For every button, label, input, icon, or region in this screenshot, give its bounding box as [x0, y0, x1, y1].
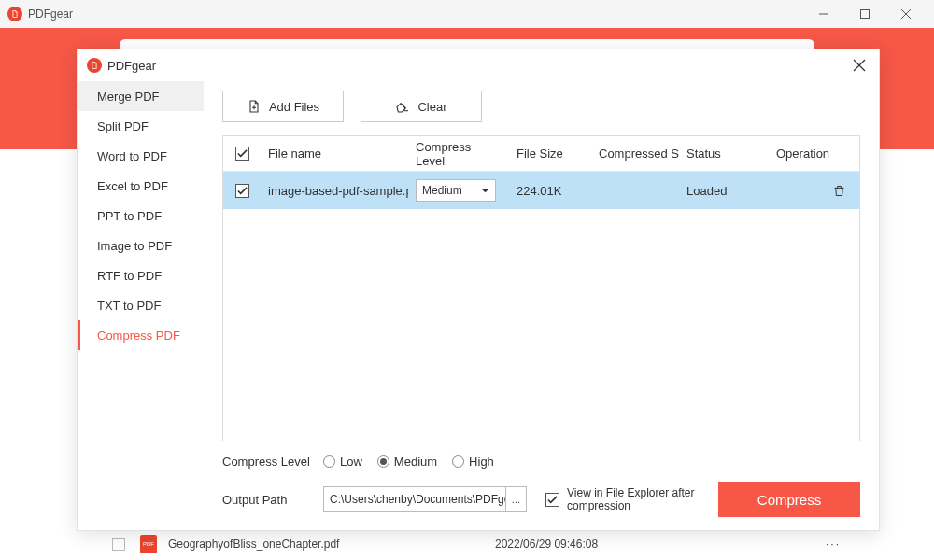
row-status: Loaded — [679, 184, 769, 198]
clear-button[interactable]: Clear — [361, 91, 482, 122]
compress-button[interactable]: Compress — [718, 482, 860, 517]
sidebar-item-label: TXT to PDF — [97, 299, 161, 313]
row-size: 224.01K — [509, 184, 591, 198]
svg-rect-0 — [861, 10, 870, 19]
add-files-label: Add Files — [269, 100, 319, 114]
compress-button-label: Compress — [757, 492, 821, 508]
clear-label: Clear — [417, 100, 446, 114]
radio-icon — [323, 455, 335, 468]
compress-level-group: Low Medium High — [323, 455, 494, 469]
minimize-button[interactable] — [803, 0, 844, 28]
bg-file-name[interactable]: GeographyofBliss_oneChapter.pdf — [168, 538, 495, 551]
radio-low[interactable]: Low — [323, 455, 362, 469]
sidebar-item-excel[interactable]: Excel to PDF — [78, 171, 204, 201]
background-file-row: PDF GeographyofBliss_oneChapter.pdf 2022… — [112, 532, 841, 556]
radio-medium[interactable]: Medium — [377, 455, 437, 469]
sidebar-item-label: RTF to PDF — [97, 269, 162, 283]
sidebar-item-word[interactable]: Word to PDF — [78, 141, 204, 171]
main-panel: Add Files Clear File name Compress Level… — [204, 81, 879, 530]
file-table: File name Compress Level File Size Compr… — [222, 135, 860, 441]
add-files-button[interactable]: Add Files — [222, 91, 344, 122]
radio-label: High — [469, 455, 494, 469]
sidebar-item-rtf[interactable]: RTF to PDF — [78, 260, 204, 290]
output-path-value: C:\Users\chenby\Documents\PDFgear — [330, 493, 506, 506]
chevron-down-icon — [481, 187, 489, 195]
dialog-title: PDFgear — [107, 59, 156, 73]
output-path-label: Output Path — [222, 493, 312, 507]
table-row[interactable]: image-based-pdf-sample.pdf Medium 224.01… — [223, 172, 859, 209]
close-button[interactable] — [885, 0, 927, 28]
browse-button[interactable]: … — [506, 486, 527, 512]
radio-icon — [452, 455, 464, 468]
sidebar-item-label: PPT to PDF — [97, 209, 162, 223]
row-level-value: Medium — [422, 184, 462, 197]
sidebar-item-split[interactable]: Split PDF — [78, 111, 204, 141]
radio-label: Low — [340, 455, 362, 469]
col-status[interactable]: Status — [679, 147, 769, 161]
sidebar-item-label: Compress PDF — [97, 329, 180, 343]
app-logo-icon — [7, 7, 22, 21]
select-all-checkbox[interactable] — [235, 147, 249, 161]
bg-file-more[interactable]: ··· — [818, 538, 841, 551]
compress-level-label: Compress Level — [222, 455, 312, 469]
table-header: File name Compress Level File Size Compr… — [223, 136, 859, 172]
app-title: PDFgear — [28, 7, 73, 21]
sidebar-item-image[interactable]: Image to PDF — [78, 231, 204, 260]
bottom-panel: Compress Level Low Medium High Output Pa… — [222, 441, 860, 517]
delete-row-button[interactable] — [832, 184, 846, 198]
clear-icon — [395, 99, 410, 114]
sidebar-item-merge[interactable]: Merge PDF — [78, 81, 204, 111]
output-path-input[interactable]: C:\Users\chenby\Documents\PDFgear — [323, 486, 506, 512]
sidebar-item-label: Split PDF — [97, 119, 149, 133]
compress-dialog: PDFgear Merge PDF Split PDF Word to PDF … — [77, 49, 880, 531]
dialog-close-button[interactable] — [849, 55, 870, 76]
dialog-titlebar: PDFgear — [78, 49, 879, 81]
radio-label: Medium — [394, 455, 437, 469]
sidebar-item-txt[interactable]: TXT to PDF — [78, 290, 204, 320]
sidebar-item-label: Image to PDF — [97, 239, 172, 253]
sidebar-item-ppt[interactable]: PPT to PDF — [78, 201, 204, 231]
radio-icon — [377, 455, 389, 468]
add-file-icon — [247, 99, 262, 114]
row-filename: image-based-pdf-sample.pdf — [261, 184, 408, 198]
col-csize[interactable]: Compressed S — [591, 147, 679, 161]
sidebar-item-label: Excel to PDF — [97, 179, 168, 193]
view-explorer-checkbox[interactable] — [545, 493, 559, 507]
sidebar-item-label: Word to PDF — [97, 149, 167, 163]
maximize-button[interactable] — [844, 0, 885, 28]
bg-file-date: 2022/06/29 09:46:08 — [495, 538, 818, 551]
view-explorer-option[interactable]: View in File Explorer after compression — [545, 486, 707, 513]
pdf-file-icon: PDF — [140, 535, 157, 553]
col-filename[interactable]: File name — [261, 147, 408, 161]
main-titlebar: PDFgear — [0, 0, 934, 28]
row-checkbox[interactable] — [235, 184, 249, 198]
col-level[interactable]: Compress Level — [408, 140, 509, 168]
bg-file-checkbox[interactable] — [112, 538, 125, 551]
view-explorer-label: View in File Explorer after compression — [567, 486, 707, 513]
dialog-logo-icon — [87, 58, 102, 73]
sidebar: Merge PDF Split PDF Word to PDF Excel to… — [78, 81, 204, 530]
col-size[interactable]: File Size — [509, 147, 591, 161]
row-level-select[interactable]: Medium — [416, 179, 496, 202]
sidebar-item-label: Merge PDF — [97, 90, 159, 104]
col-operation[interactable]: Operation — [769, 147, 859, 161]
radio-high[interactable]: High — [452, 455, 494, 469]
sidebar-item-compress[interactable]: Compress PDF — [78, 320, 204, 350]
